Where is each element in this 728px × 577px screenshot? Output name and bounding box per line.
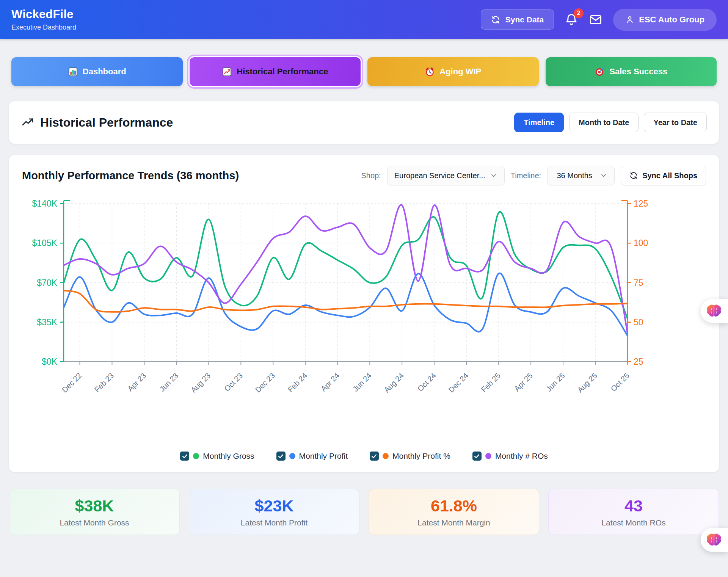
chevron-down-icon	[600, 172, 607, 179]
stat-value: $38K	[75, 497, 114, 515]
svg-text:100: 100	[634, 238, 648, 248]
bar-chart-icon	[68, 67, 78, 77]
brain-icon	[706, 533, 722, 547]
year-to-date-button[interactable]: Year to Date	[644, 113, 707, 132]
checkbox-checked-icon[interactable]	[276, 452, 286, 461]
legend-monthly-gross[interactable]: Monthly Gross	[180, 452, 254, 461]
legend-monthly-profit[interactable]: Monthly Profit	[276, 452, 348, 461]
tab-sales-success-label: Sales Success	[609, 67, 667, 77]
app-header: WickedFile Executive Dashboard Sync Data…	[0, 0, 728, 39]
legend-monthly-profit-pct[interactable]: Monthly Profit %	[370, 452, 450, 461]
series-dot-orange	[383, 453, 389, 459]
tab-aging-wip[interactable]: Aging WIP	[367, 57, 539, 86]
sync-all-shops-label: Sync All Shops	[642, 171, 697, 180]
svg-text:75: 75	[634, 278, 643, 288]
monthly-performance-card: Monthly Performance Trends (36 months) S…	[9, 155, 719, 472]
svg-text:Dec 24: Dec 24	[447, 371, 470, 394]
series-dot-blue	[289, 453, 295, 459]
svg-text:Oct 25: Oct 25	[609, 371, 631, 393]
svg-text:Apr 25: Apr 25	[513, 371, 534, 393]
svg-text:50: 50	[634, 317, 643, 327]
account-button[interactable]: ESC Auto Group	[613, 9, 717, 31]
sync-data-button[interactable]: Sync Data	[481, 9, 554, 30]
tab-dashboard[interactable]: Dashboard	[11, 57, 183, 86]
notifications-button[interactable]: 2	[565, 13, 578, 27]
timeline-label: Timeline:	[511, 171, 541, 180]
messages-button[interactable]	[589, 13, 602, 27]
tab-historical-performance[interactable]: Historical Performance	[190, 57, 361, 86]
user-icon	[625, 15, 634, 24]
target-icon	[595, 67, 605, 77]
svg-text:Jun 24: Jun 24	[351, 371, 373, 393]
svg-text:Apr 24: Apr 24	[319, 371, 341, 393]
chevron-down-icon	[490, 172, 497, 179]
checkbox-checked-icon[interactable]	[370, 452, 379, 461]
app-subtitle: Executive Dashboard	[11, 24, 76, 31]
latest-month-stats: $38K Latest Month Gross $23K Latest Mont…	[9, 489, 719, 535]
main-nav: Dashboard Historical Performance Aging W…	[11, 57, 717, 86]
checkbox-checked-icon[interactable]	[180, 452, 189, 461]
stat-value: 61.8%	[431, 497, 477, 515]
series-dot-green	[193, 453, 199, 459]
sync-all-shops-button[interactable]: Sync All Shops	[621, 166, 706, 185]
month-to-date-button[interactable]: Month to Date	[569, 113, 639, 132]
ai-assistant-button[interactable]	[701, 299, 728, 323]
svg-text:Feb 24: Feb 24	[286, 371, 309, 394]
svg-text:$70K: $70K	[37, 278, 57, 288]
legend-label: Monthly Profit %	[392, 452, 450, 461]
timeline-button[interactable]: Timeline	[514, 113, 564, 132]
page-title-text: Historical Performance	[40, 116, 173, 130]
timeline-select[interactable]: 36 Months	[547, 166, 615, 185]
stat-value: 43	[624, 497, 643, 515]
tab-aging-wip-label: Aging WIP	[439, 67, 481, 77]
view-toggle-group: Timeline Month to Date Year to Date	[514, 113, 707, 132]
chart-legend: Monthly Gross Monthly Profit Monthly Pro…	[22, 452, 706, 461]
svg-text:Oct 23: Oct 23	[223, 371, 244, 393]
sync-data-label: Sync Data	[505, 15, 544, 24]
svg-text:$140K: $140K	[32, 199, 57, 209]
notification-badge: 2	[574, 8, 584, 18]
account-name: ESC Auto Group	[639, 15, 704, 25]
stat-latest-month-ros: 43 Latest Month ROs	[548, 489, 719, 535]
trending-up-icon	[21, 116, 34, 129]
svg-text:Jun 25: Jun 25	[544, 371, 566, 393]
stat-latest-month-margin: 61.8% Latest Month Margin	[369, 489, 539, 535]
tab-historical-performance-label: Historical Performance	[237, 67, 328, 77]
stat-latest-month-profit: $23K Latest Month Profit	[189, 489, 359, 535]
svg-text:25: 25	[634, 357, 643, 367]
legend-monthly-ros[interactable]: Monthly # ROs	[472, 452, 548, 461]
legend-label: Monthly # ROs	[495, 452, 548, 461]
svg-text:Feb 25: Feb 25	[479, 371, 502, 394]
stat-label: Latest Month Gross	[60, 518, 129, 527]
page-title: Historical Performance	[21, 116, 173, 130]
svg-text:Aug 25: Aug 25	[576, 371, 598, 394]
series-dot-purple	[485, 453, 491, 459]
chart-title: Monthly Performance Trends (36 months)	[22, 169, 239, 182]
checkbox-checked-icon[interactable]	[472, 452, 482, 461]
shop-label: Shop:	[361, 171, 381, 180]
svg-text:Aug 23: Aug 23	[189, 371, 212, 394]
stat-label: Latest Month Margin	[417, 518, 490, 527]
timeline-select-value: 36 Months	[554, 171, 595, 180]
alarm-clock-icon	[425, 67, 435, 77]
historical-performance-panel: Historical Performance Timeline Month to…	[9, 101, 719, 144]
brain-icon	[706, 304, 722, 318]
app-branding: WickedFile Executive Dashboard	[11, 8, 76, 31]
shop-select[interactable]: European Service Center...	[387, 166, 505, 185]
stat-label: Latest Month ROs	[601, 518, 665, 527]
refresh-icon	[629, 171, 638, 180]
tab-sales-success[interactable]: Sales Success	[546, 57, 717, 86]
performance-trends-chart[interactable]: $0K$35K$70K$105K$140K255075100125Dec 22F…	[22, 193, 706, 428]
svg-text:Dec 22: Dec 22	[60, 371, 83, 394]
app-title: WickedFile	[11, 8, 76, 21]
svg-text:$105K: $105K	[32, 238, 57, 248]
svg-text:$0K: $0K	[42, 357, 58, 367]
svg-text:Oct 24: Oct 24	[416, 371, 438, 393]
svg-text:Dec 23: Dec 23	[254, 371, 276, 394]
refresh-icon	[491, 15, 500, 24]
shop-select-value: European Service Center...	[394, 171, 485, 180]
svg-text:125: 125	[634, 199, 648, 209]
ai-assistant-button[interactable]	[701, 528, 728, 552]
tab-dashboard-label: Dashboard	[83, 67, 126, 77]
svg-text:Jun 23: Jun 23	[158, 371, 180, 393]
